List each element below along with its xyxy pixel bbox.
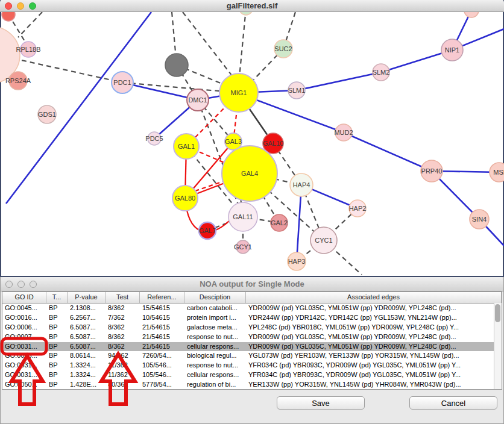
table-cell: GO:0031... xyxy=(2,342,46,352)
node-label: SIN4 xyxy=(472,216,487,223)
table-cell: YFR034C (pd) YBR093C, YDR009W (pd) YGL03… xyxy=(246,370,502,380)
column-header[interactable]: GO ID xyxy=(2,292,46,303)
edge-blue[interactable] xyxy=(122,83,198,100)
node-label: GAL11 xyxy=(233,213,253,220)
column-header[interactable]: Associated edges xyxy=(246,292,502,303)
node-label: GAL2 xyxy=(271,219,288,226)
table-cell: 6.2567... xyxy=(68,313,106,323)
noa-window-title: NOA output for Single Mode xyxy=(1,277,503,292)
table-cell: BP xyxy=(46,380,68,390)
screen: RPL18BRPS24AGDS1PDC1DMC1MIG1SUC2SLM1SLM2… xyxy=(0,0,504,424)
table-cell: YER133W (pp) YOR315W, YNL145W (pd) YHR08… xyxy=(246,380,502,390)
table-cell: biological regul... xyxy=(184,351,246,361)
table-cell: GO:0016... xyxy=(2,313,46,323)
table-cell: 1.3324... xyxy=(68,370,106,380)
node-label: HAP4 xyxy=(293,181,310,189)
table-cell: 94/362 xyxy=(106,351,140,361)
table-cell: response to nut... xyxy=(184,361,246,370)
node-label: PDC1 xyxy=(113,79,131,86)
table-cell: 6.5087... xyxy=(68,323,106,332)
table-cell: 11/362 xyxy=(106,361,140,370)
node-label: HAP2 xyxy=(349,205,367,212)
edge-dash[interactable] xyxy=(18,12,42,37)
table-cell: 105/546... xyxy=(140,370,184,380)
node-label: NIP1 xyxy=(445,46,459,54)
table-cell: YDR244W (pp) YDR142C, YDR142C (pp) YGL15… xyxy=(246,313,502,323)
node-label: GAL3 xyxy=(225,138,242,145)
node-label: MIG1 xyxy=(231,89,247,96)
edge-dash[interactable] xyxy=(239,8,246,77)
column-header[interactable]: Desciption xyxy=(184,292,246,303)
table-row[interactable]: GO:0006...BP6.5087...8/36221/54615galact… xyxy=(2,323,502,332)
column-header[interactable]: T... xyxy=(46,292,68,303)
table-cell: GO:0031... xyxy=(2,361,46,370)
table-cell: YDR009W (pd) YGL035C, YML051W (pp) YDR00… xyxy=(246,342,502,352)
table-row[interactable]: GO:0031...BP1.3324...11/362105/546...res… xyxy=(2,361,502,370)
table-cell: BP xyxy=(46,323,68,332)
table-row[interactable]: GO:0031...BP1.3324...11/362105/546...cel… xyxy=(2,370,502,380)
node-label: GAL4 xyxy=(241,170,258,177)
column-header[interactable]: P-value xyxy=(68,292,106,303)
node-label: GCY1 xyxy=(234,243,252,251)
node-label: RPL18B xyxy=(16,46,41,53)
column-header[interactable]: Test xyxy=(106,292,140,303)
node-label: SLM2 xyxy=(373,69,390,76)
node-label: DMC1 xyxy=(188,96,207,104)
table-cell: BP xyxy=(46,370,68,380)
table-cell: BP xyxy=(46,361,68,370)
table-row[interactable]: GO:0050...BP1.428E...80/3625778/54...reg… xyxy=(2,380,502,390)
node-label: SUC2 xyxy=(274,45,292,52)
column-header[interactable]: Referen... xyxy=(140,292,184,303)
table-cell: 7260/54... xyxy=(140,351,184,361)
table-cell: 6.5087... xyxy=(68,342,106,352)
save-button[interactable]: Save xyxy=(277,396,365,410)
table-cell: 1.428E... xyxy=(68,380,106,390)
noa-titlebar[interactable]: NOA output for Single Mode xyxy=(1,277,503,292)
edge-blue[interactable] xyxy=(6,12,151,204)
table-cell: BP xyxy=(46,304,68,313)
table-cell: 80/362 xyxy=(106,380,140,390)
cancel-button[interactable]: Cancel xyxy=(409,396,497,410)
table-cell: 1.3324... xyxy=(68,361,106,370)
node-label: GAL1 xyxy=(178,143,195,150)
table-cell: 8.0614... xyxy=(68,351,106,361)
table-cell: response to nut... xyxy=(184,332,246,342)
noa-results-table: GO IDT...P-valueTestReferen...Desciption… xyxy=(2,292,502,390)
table-row[interactable]: GO:0065...BP8.0614...94/3627260/54...bio… xyxy=(2,351,502,361)
edge-dash[interactable] xyxy=(183,12,239,84)
table-cell: YPL248C (pd) YBR018C, YML051W (pp) YDR00… xyxy=(246,323,502,332)
table-cell: 21/54615 xyxy=(140,323,184,332)
node-label: MSI xyxy=(493,169,504,176)
graph-titlebar[interactable]: galFiltered.sif xyxy=(0,0,504,12)
table-row[interactable]: GO:0007...BP6.5087...8/36221/54615respon… xyxy=(2,332,502,342)
edge-blue[interactable] xyxy=(297,72,381,90)
node-label: SLM1 xyxy=(288,87,306,94)
graph-canvas[interactable]: RPL18BRPS24AGDS1PDC1DMC1MIG1SUC2SLM1SLM2… xyxy=(0,0,504,276)
graph-window: RPL18BRPS24AGDS1PDC1DMC1MIG1SUC2SLM1SLM2… xyxy=(0,0,504,277)
edge-blue[interactable] xyxy=(344,132,432,171)
table-cell: 21/54615 xyxy=(140,332,184,342)
table-cell: GO:0045... xyxy=(2,304,46,313)
table-row[interactable]: GO:0016...BP6.2567...7/36210/54615protei… xyxy=(2,313,502,323)
node-unlabeled[interactable] xyxy=(165,54,188,76)
table-cell: GO:0007... xyxy=(2,332,46,342)
table-cell: GO:0065... xyxy=(2,351,46,361)
table-row[interactable]: GO:0045...BP2.1308...8/36215/54615carbon… xyxy=(2,304,502,313)
table-cell: protein import i... xyxy=(184,313,246,323)
node-label: GAL80 xyxy=(175,195,195,202)
table-cell: BP xyxy=(46,313,68,323)
table-cell: 10/54615 xyxy=(140,313,184,323)
node-label: PDC5 xyxy=(145,135,163,142)
table-cell: BP xyxy=(46,351,68,361)
node-label: GAL10 xyxy=(263,140,283,147)
table-body: GO:0045...BP2.1308...8/36215/54615carbon… xyxy=(2,304,502,390)
scrollbar-thumb[interactable] xyxy=(495,304,500,322)
table-cell: 8/362 xyxy=(106,323,140,332)
table-row[interactable]: GO:0031...BP6.5087...8/36221/54615cellul… xyxy=(2,342,502,352)
table-header: GO IDT...P-valueTestReferen...Desciption… xyxy=(2,292,502,304)
table-cell: cellular respons... xyxy=(184,342,246,352)
table-cell: carbon cataboli... xyxy=(184,304,246,313)
node-label: PRP40 xyxy=(421,167,443,175)
node-label: GDS1 xyxy=(38,111,56,118)
table-scrollbar[interactable] xyxy=(494,303,502,389)
